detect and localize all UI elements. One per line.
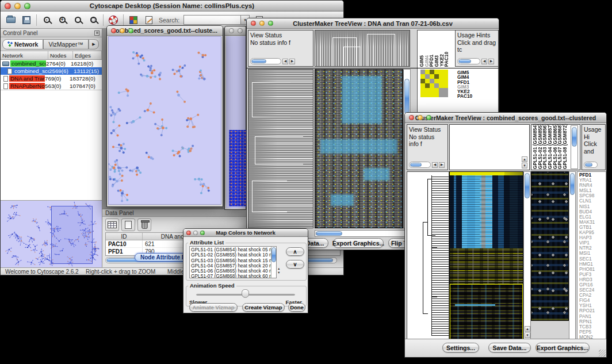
float-panel-icon[interactable] xyxy=(94,30,100,36)
minimize-button[interactable] xyxy=(14,3,21,9)
select-attributes-button[interactable] xyxy=(105,219,119,231)
treeview2-titlebar[interactable]: ClusterMaker TreeView : combined_scores_… xyxy=(405,113,606,123)
zoom-heatmap[interactable] xyxy=(531,171,569,321)
scrollbar-thumb[interactable] xyxy=(585,163,592,167)
scrollbar-thumb[interactable] xyxy=(271,247,276,262)
column-label[interactable]: GPL51-08 (GSM872) xyxy=(563,125,568,169)
main-titlebar[interactable]: Cytoscape Desktop (Session Name: collins… xyxy=(1,1,343,12)
view-status-scrollbar[interactable]: ◀ ▶ xyxy=(409,162,445,168)
scrollbar-thumb[interactable] xyxy=(404,79,410,114)
network-list-item[interactable]: RNAPuberNov2+ 563(0) 107847(0) xyxy=(1,82,102,90)
annotation-button[interactable] xyxy=(143,14,155,26)
scroll-left-button[interactable]: ◀ xyxy=(282,59,288,64)
column-header-edges[interactable]: Edges xyxy=(73,51,102,59)
export-graphics-button[interactable]: Export Graphics... xyxy=(333,238,384,248)
scrollbar-thumb[interactable] xyxy=(525,173,530,198)
export-graphics-button[interactable]: Export Graphics... xyxy=(536,343,590,352)
scroll-right-button[interactable]: ▶ xyxy=(488,59,494,64)
minimize-button[interactable] xyxy=(238,28,243,33)
new-attribute-button[interactable] xyxy=(121,219,135,231)
zoom-window-button[interactable] xyxy=(24,3,30,9)
row-label[interactable]: PAC10 xyxy=(457,94,472,98)
heatmap-selection-box[interactable] xyxy=(450,284,523,339)
save-session-button[interactable] xyxy=(21,14,32,26)
close-button[interactable] xyxy=(186,231,191,235)
minimize-button[interactable] xyxy=(259,21,265,26)
delete-attribute-button[interactable] xyxy=(137,219,151,231)
close-button[interactable] xyxy=(409,115,414,120)
heatmap-vscrollbar[interactable]: ▲ ▼ xyxy=(523,171,531,340)
scrollbar-thumb[interactable] xyxy=(572,127,577,147)
scroll-up-button[interactable]: ▲ xyxy=(277,267,280,270)
tab-network[interactable]: Network xyxy=(2,39,43,49)
move-down-button[interactable]: ∨ xyxy=(286,260,304,269)
create-vizmap-button[interactable]: Create Vizmap xyxy=(242,303,285,312)
minimize-button[interactable] xyxy=(120,28,125,33)
vizmapper-button[interactable] xyxy=(128,14,139,26)
tab-vizmapper[interactable]: VizMapper™ xyxy=(43,39,89,49)
scrollbar-thumb[interactable] xyxy=(570,173,575,195)
open-session-button[interactable] xyxy=(5,14,17,26)
scrollbar-thumb[interactable] xyxy=(410,163,422,167)
scrollbar-thumb[interactable] xyxy=(251,59,266,63)
close-button[interactable] xyxy=(5,3,11,9)
tab-overflow-button[interactable]: ▶ xyxy=(89,39,99,49)
column-header-network[interactable]: Network xyxy=(1,51,48,59)
scroll-down-button[interactable]: ▼ xyxy=(525,332,530,338)
similarity-mini-heatmap[interactable] xyxy=(420,70,448,97)
zoom-heatmap-vscrollbar[interactable] xyxy=(569,171,576,340)
save-data-button[interactable]: Save Data... xyxy=(488,343,531,352)
column-labels-vscrollbar[interactable] xyxy=(571,125,578,169)
minimize-button[interactable] xyxy=(418,115,423,120)
close-button[interactable] xyxy=(251,21,256,26)
zoom-fit-button[interactable]: □ xyxy=(87,14,99,26)
usage-hints-scrollbar[interactable] xyxy=(584,162,598,168)
network-list-item[interactable]: combined_scores_ 2764(0) 16218(0) xyxy=(1,60,102,67)
column-header-nodes[interactable]: Nodes xyxy=(48,51,73,59)
network1-titlebar[interactable]: combined_scores_good.txt--cluste... xyxy=(107,26,223,36)
search-input[interactable] xyxy=(183,15,241,25)
network-canvas[interactable] xyxy=(108,36,221,205)
close-button[interactable] xyxy=(111,28,116,33)
zoom-window-button[interactable] xyxy=(200,231,205,235)
zoom-window-button[interactable] xyxy=(128,28,133,33)
column-dendrogram-area[interactable] xyxy=(449,124,530,170)
scroll-left-button[interactable]: ◀ xyxy=(432,162,438,168)
scroll-right-button[interactable]: ▶ xyxy=(289,59,295,64)
row-dendrogram[interactable] xyxy=(407,171,449,340)
help-button[interactable] xyxy=(108,14,119,26)
network-list-item[interactable]: DNA and Tran 07 769(0) 183728(0) xyxy=(1,75,102,82)
attribute-item[interactable]: GPL51-07 (GSM868) heat shock 60 min xyxy=(191,274,276,278)
attribute-listbox[interactable]: GPL51-01 (GSM854) heat shock 05 minGPL51… xyxy=(189,246,277,278)
slider-thumb[interactable] xyxy=(242,289,249,298)
scrollbar-thumb[interactable] xyxy=(316,231,342,236)
scrollbar-thumb[interactable] xyxy=(458,59,471,63)
zoom-in-button[interactable]: + xyxy=(56,14,68,26)
network2-titlebar[interactable] xyxy=(225,26,246,36)
zoom-out-button[interactable]: - xyxy=(41,14,52,26)
column-dendrogram[interactable] xyxy=(315,30,410,67)
dialog-titlebar[interactable]: Map Colors to Network xyxy=(183,229,308,237)
zoom-window-button[interactable] xyxy=(268,21,273,26)
scroll-left-button[interactable]: ◀ xyxy=(481,59,487,64)
main-heatmap[interactable] xyxy=(449,171,523,340)
main-heatmap[interactable] xyxy=(315,69,403,228)
scroll-up-button[interactable]: ▲ xyxy=(525,326,530,332)
scroll-up-button[interactable]: ▲ xyxy=(522,156,527,162)
overview-selection-rect[interactable] xyxy=(51,206,93,264)
resize-grip[interactable] xyxy=(599,350,606,357)
scroll-down-button[interactable]: ▼ xyxy=(277,271,280,274)
scroll-down-button[interactable]: ▼ xyxy=(522,163,527,168)
network-list-item[interactable]: combined_sco 2569(6) 13112(15) xyxy=(1,67,102,75)
network2-canvas[interactable] xyxy=(226,36,246,208)
network-list-header[interactable]: Network Nodes Edges xyxy=(1,51,102,60)
zoom-window-button[interactable] xyxy=(426,115,431,120)
scroll-right-button[interactable]: ▶ xyxy=(439,162,445,168)
network-overview-panel[interactable] xyxy=(1,200,102,267)
row-dendrogram[interactable] xyxy=(248,69,313,228)
animate-vizmap-button[interactable]: Animate Vizmap xyxy=(189,303,238,312)
zoom-selected-button[interactable] xyxy=(72,14,83,26)
minimize-button[interactable] xyxy=(193,231,198,235)
usage-hints-scrollbar[interactable]: ◀ ▶ xyxy=(457,58,494,64)
done-button[interactable]: Done xyxy=(288,303,305,312)
